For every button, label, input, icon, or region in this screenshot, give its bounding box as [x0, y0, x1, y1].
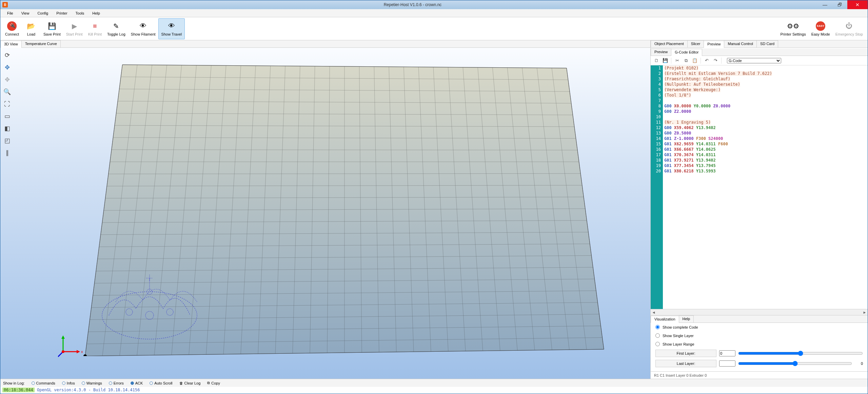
- menu-help[interactable]: Help: [88, 10, 104, 17]
- connect-button[interactable]: Connect: [2, 18, 22, 39]
- menu-printer[interactable]: Printer: [52, 10, 71, 17]
- circle-icon: [62, 381, 65, 385]
- new-icon[interactable]: 🗋: [653, 58, 659, 64]
- emergency-label: Emergency Stop: [835, 32, 863, 36]
- save-gcode-icon[interactable]: 💾: [662, 58, 668, 64]
- circle-icon: [131, 381, 134, 385]
- titlebar: R Repetier-Host V1.0.6 - crown.nc — 🗗 ✕: [0, 0, 868, 9]
- filter-errors[interactable]: Errors: [109, 381, 124, 385]
- printer-settings-button[interactable]: ⚙⚙ Printer Settings: [777, 18, 808, 39]
- app-icon: R: [2, 2, 8, 7]
- circle-icon: [32, 381, 35, 385]
- show-in-log-label: Show in Log:: [3, 381, 25, 385]
- svg-marker-67: [61, 335, 65, 339]
- tab-preview[interactable]: Preview: [704, 41, 724, 48]
- rotate-view-button[interactable]: ⟳: [2, 50, 13, 61]
- copy-log-button[interactable]: ⧉Copy: [207, 381, 220, 385]
- load-button[interactable]: 📂 Load: [22, 18, 41, 39]
- tab-3d-view[interactable]: 3D View: [0, 41, 22, 48]
- close-button[interactable]: ✕: [847, 0, 868, 9]
- parallel-proj-button[interactable]: ∥: [2, 147, 13, 158]
- log-message: OpenGL version:4.3.0 - Build 10.18.14.41…: [37, 388, 140, 392]
- save-print-button[interactable]: 💾 Save Print: [41, 18, 63, 39]
- gcode-editor-area[interactable]: 1234567891011121314151617181920 (Projekt…: [651, 65, 868, 309]
- clear-log-button[interactable]: 🗑Clear Log: [179, 381, 201, 385]
- maximize-button[interactable]: 🗗: [832, 0, 847, 9]
- 3d-viewport[interactable]: ⟳ ✥ ✥ 🔍 ⛶ ▭ ◧ ◰ ∥: [0, 48, 650, 379]
- menu-file[interactable]: File: [3, 10, 17, 17]
- kill-print-button[interactable]: ■ Kill Print: [85, 18, 104, 39]
- redo-icon[interactable]: ↷: [712, 58, 718, 64]
- log-filter-bar: Show in Log: Commands Infos Warnings Err…: [0, 379, 868, 387]
- power-icon: ⏻: [844, 21, 854, 31]
- circle-icon: [82, 381, 85, 385]
- gcode-select[interactable]: G-Code: [727, 58, 781, 63]
- menu-tools[interactable]: Tools: [72, 10, 88, 17]
- axes-gizmo: x: [58, 331, 85, 358]
- folder-open-icon: 📂: [26, 21, 36, 31]
- circle-icon: [150, 381, 153, 385]
- filter-commands[interactable]: Commands: [32, 381, 55, 385]
- connect-label: Connect: [5, 32, 19, 36]
- last-layer-input[interactable]: [719, 360, 735, 367]
- toggle-log-button[interactable]: ✎ Toggle Log: [104, 18, 128, 39]
- copy-icon[interactable]: ⧉: [683, 58, 689, 64]
- tab-temperature-curve[interactable]: Temperature Curve: [21, 40, 61, 47]
- filter-infos[interactable]: Infos: [62, 381, 75, 385]
- fit-button[interactable]: ⛶: [2, 99, 13, 109]
- subtab-visualization[interactable]: Visualization: [651, 316, 679, 323]
- cut-icon[interactable]: ✂: [674, 58, 680, 64]
- window-title: Repetier-Host V1.0.6 - crown.nc: [8, 2, 817, 7]
- show-filament-button[interactable]: 👁 Show Filament: [128, 18, 158, 39]
- radio-show-complete[interactable]: Show complete Code: [651, 323, 868, 331]
- circle-icon: [109, 381, 112, 385]
- editor-status: R1 C1 Insert Layer 0 Extruder 0: [651, 371, 868, 379]
- first-layer-slider[interactable]: [738, 351, 863, 356]
- tab-object-placement[interactable]: Object Placement: [651, 40, 688, 47]
- filter-autoscroll[interactable]: Auto Scroll: [150, 381, 172, 385]
- emergency-stop-button[interactable]: ⏻ Emergency Stop: [833, 18, 866, 39]
- menu-config[interactable]: Config: [33, 10, 52, 17]
- undo-icon[interactable]: ↶: [704, 58, 710, 64]
- gear-icon: ⚙⚙: [788, 21, 798, 31]
- show-travel-button[interactable]: 👁 Show Travel: [158, 18, 185, 39]
- range-end-value: 0: [855, 361, 863, 366]
- load-label: Load: [27, 32, 35, 36]
- radio-show-single[interactable]: Show Single Layer: [651, 331, 868, 340]
- svg-marker-64: [77, 350, 80, 353]
- 3d-canvas[interactable]: x: [14, 48, 650, 379]
- front-view-button[interactable]: ◧: [2, 123, 13, 134]
- easy-icon: EASY: [816, 21, 825, 31]
- move-view-button[interactable]: ✥: [2, 62, 13, 73]
- iso-view-button[interactable]: ◰: [2, 135, 13, 146]
- subtab-preview[interactable]: Preview: [651, 48, 671, 56]
- subtab-help[interactable]: Help: [679, 315, 694, 323]
- scroll-right-icon[interactable]: ►: [862, 310, 868, 314]
- top-view-button[interactable]: ▭: [2, 111, 13, 122]
- move-object-button[interactable]: ✥: [2, 74, 13, 85]
- tab-sd-card[interactable]: SD Card: [756, 40, 778, 47]
- filter-ack[interactable]: ACK: [131, 381, 143, 385]
- easy-mode-button[interactable]: EASY Easy Mode: [809, 18, 833, 39]
- tab-slicer[interactable]: Slicer: [687, 40, 704, 47]
- zoom-button[interactable]: 🔍: [2, 86, 13, 97]
- right-tabs: Object Placement Slicer Preview Manual C…: [651, 40, 868, 48]
- menu-view[interactable]: View: [17, 10, 34, 17]
- eye-icon: 👁: [167, 21, 176, 31]
- first-layer-label: First Layer:: [655, 350, 716, 357]
- minimize-button[interactable]: —: [817, 0, 832, 9]
- pencil-icon: ✎: [112, 21, 121, 31]
- menubar: File View Config Printer Tools Help: [0, 9, 868, 17]
- tab-manual-control[interactable]: Manual Control: [724, 40, 757, 47]
- paste-icon[interactable]: 📋: [692, 58, 698, 64]
- filter-warnings[interactable]: Warnings: [82, 381, 102, 385]
- copy-icon: ⧉: [207, 381, 210, 385]
- first-layer-input[interactable]: [719, 350, 735, 356]
- subtab-gcode-editor[interactable]: G-Code Editor: [671, 49, 702, 56]
- radio-show-range[interactable]: Show Layer Range: [651, 340, 868, 348]
- kill-print-label: Kill Print: [88, 32, 102, 36]
- scroll-left-icon[interactable]: ◄: [651, 310, 657, 314]
- start-print-button[interactable]: ▶ Start Print: [63, 18, 85, 39]
- hscrollbar[interactable]: ◄ ►: [651, 309, 868, 315]
- last-layer-slider[interactable]: [738, 361, 852, 366]
